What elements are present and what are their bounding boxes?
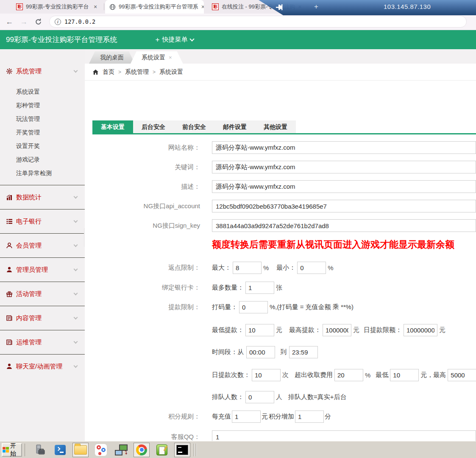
sidebar-subitem-lottery-mgmt[interactable]: 彩种管理: [0, 98, 85, 112]
chrome-icon[interactable]: [134, 443, 150, 457]
rings-app-icon[interactable]: [93, 443, 109, 457]
percent-unit: %: [263, 264, 269, 271]
time-from-input[interactable]: [246, 346, 275, 358]
site-info-icon[interactable]: i: [55, 19, 61, 25]
sidebar-item-activities[interactable]: 活动管理: [0, 282, 85, 306]
sidebar-subitem-system-settings[interactable]: 系统设置: [0, 85, 85, 98]
chevron-down-icon: [74, 243, 78, 247]
powershell-icon[interactable]: [52, 443, 68, 457]
tab-close-icon[interactable]: ×: [92, 3, 99, 10]
rebate-max-input[interactable]: [233, 262, 262, 274]
workspace-tab-bar: 我的桌面 系统设置 ×: [85, 49, 476, 64]
app-header: 99彩票-专业投注购彩平台管理系统 + 快捷菜单: [0, 30, 476, 49]
workspace-tab-desktop[interactable]: 我的桌面: [89, 51, 135, 64]
file-explorer-icon[interactable]: [72, 443, 89, 457]
field-label: 网站名称：: [85, 144, 200, 152]
sidebar-subitem-game-records[interactable]: 游戏记录: [0, 153, 85, 166]
sidebar-item-label: 系统管理: [16, 67, 42, 75]
website-name-input[interactable]: [212, 141, 476, 154]
browser-tab-2-active[interactable]: 99彩票-专业投注购彩平台管理系 ×: [105, 0, 204, 14]
rebate-min-input[interactable]: [297, 262, 326, 274]
forward-button: →: [19, 17, 29, 27]
queue-label: 排队人数：: [212, 393, 244, 401]
fee-max-input[interactable]: [448, 369, 476, 381]
chevron-down-icon: [74, 218, 78, 223]
sidebar-item-chatroom[interactable]: 聊天室/动画管理: [0, 354, 85, 378]
new-tab-button[interactable]: +: [312, 3, 320, 11]
dama-input[interactable]: [239, 301, 268, 313]
workspace-tab-label: 系统设置: [142, 51, 165, 64]
breadcrumb-separator: >: [153, 69, 156, 75]
fee-min-label: 最低: [376, 371, 388, 379]
pushpin-icon[interactable]: [275, 3, 284, 12]
chevron-down-icon: [74, 291, 78, 295]
start-button[interactable]: 开始: [2, 443, 22, 457]
back-button[interactable]: ←: [4, 17, 14, 27]
browser-tab-title: 99彩票-专业投注购彩平台: [26, 3, 89, 11]
sidebar-subitem-play-mgmt[interactable]: 玩法管理: [0, 112, 85, 126]
sidebar-item-ebank[interactable]: 电子银行: [0, 209, 85, 233]
withdraw-max-input[interactable]: [323, 324, 351, 336]
remote-desktop-icon[interactable]: ⤵: [113, 443, 129, 457]
sidebar-item-label: 内容管理: [16, 314, 42, 322]
to-label: 到: [280, 348, 287, 356]
sidebar-item-ops[interactable]: 运维管理: [0, 330, 85, 354]
field-label: 提款限制：: [85, 303, 200, 311]
quota-warning-text: 额度转换后需要重新从视讯页面进入游戏才能显示最新余额: [212, 238, 454, 251]
sidebar-item-label: 活动管理: [16, 290, 42, 298]
daily-limit-input[interactable]: [404, 324, 437, 336]
sidebar-item-contents[interactable]: 内容管理: [0, 306, 85, 330]
workspace-tab-settings[interactable]: 系统设置 ×: [131, 51, 183, 64]
breadcrumb-home[interactable]: 首页: [103, 68, 114, 76]
browser-toolbar: ← → i 127.0.0.2: [0, 14, 476, 30]
quick-menu-button[interactable]: + 快捷菜单: [156, 36, 194, 44]
server-manager-icon[interactable]: [32, 443, 48, 457]
unit-ci: 次: [282, 371, 289, 379]
sidebar-item-label: 会员管理: [16, 242, 42, 250]
description-input[interactable]: [212, 180, 476, 193]
field-label: 关键词：: [85, 163, 200, 171]
points-add-input[interactable]: [295, 411, 324, 423]
form-row-dama: 提款限制： 打码量： %,(打码量 = 充值金额 乘 **%): [85, 300, 476, 314]
notepadpp-icon[interactable]: [154, 443, 170, 457]
sidebar-item-label: 数据统计: [16, 193, 42, 201]
field-label: 积分规则：: [85, 413, 200, 421]
sidebar-item-system[interactable]: 系统管理: [0, 59, 85, 84]
ng-api-account-input[interactable]: [212, 200, 476, 212]
sidebar-subitem-draw-mgmt[interactable]: 开奖管理: [0, 126, 85, 139]
keywords-input[interactable]: [212, 161, 476, 173]
bankcard-qty-input[interactable]: [245, 282, 274, 294]
reload-button[interactable]: [33, 17, 43, 27]
tab-close-icon[interactable]: ×: [169, 51, 172, 64]
start-label: 开始: [10, 442, 21, 458]
dama-note: %,(打码量 = 充值金额 乘 **%): [270, 303, 354, 311]
form-row-website-name: 网站名称：: [85, 141, 476, 154]
chevron-down-icon: [189, 36, 194, 41]
time-to-input[interactable]: [289, 346, 318, 358]
unit-zhang: 张: [276, 284, 282, 292]
sidebar-item-label: 运维管理: [16, 338, 42, 346]
address-bar[interactable]: i 127.0.0.2: [49, 16, 467, 28]
queue-input[interactable]: [245, 391, 274, 403]
points-per-input[interactable]: [232, 411, 261, 423]
sidebar-item-statistics[interactable]: 数据统计: [0, 185, 85, 209]
withdraw-min-input[interactable]: [245, 324, 274, 336]
service-qq-input[interactable]: [212, 430, 476, 441]
sidebar-item-admins[interactable]: 管理员管理: [0, 257, 85, 282]
tab-close-icon[interactable]: ×: [201, 3, 204, 10]
ng-sign-key-input[interactable]: [212, 219, 476, 232]
sidebar-subitem-set-draw[interactable]: 设置开奖: [0, 139, 85, 153]
sidebar-subitem-abnormal-check[interactable]: 注单异常检测: [0, 166, 85, 180]
fee-min-input[interactable]: [390, 369, 419, 381]
breadcrumb-level2[interactable]: 系统管理: [125, 68, 149, 76]
daily-times-input[interactable]: [252, 369, 281, 381]
main-content: 我的桌面 系统设置 × 首页 > 系统管理 > 系统设置 基本设置后台安全前台安…: [85, 49, 476, 441]
sidebar-item-members[interactable]: 会员管理: [0, 233, 85, 257]
cmd-icon[interactable]: [174, 443, 190, 457]
fee-input[interactable]: [334, 369, 363, 381]
browser-tab-1[interactable]: 彩 99彩票-专业投注购彩平台 ×: [12, 0, 103, 14]
basic-settings-form: 网站名称： 关键词： 描述： NG接口api_account NG接口sign_…: [85, 81, 476, 441]
sidebar-item-label: 管理员管理: [16, 266, 48, 274]
sidebar-item-label: 电子银行: [16, 218, 42, 226]
form-row-withdraw-amounts: 最低提款： 元 最高提款： 元 日提款限额： 元: [85, 323, 476, 337]
